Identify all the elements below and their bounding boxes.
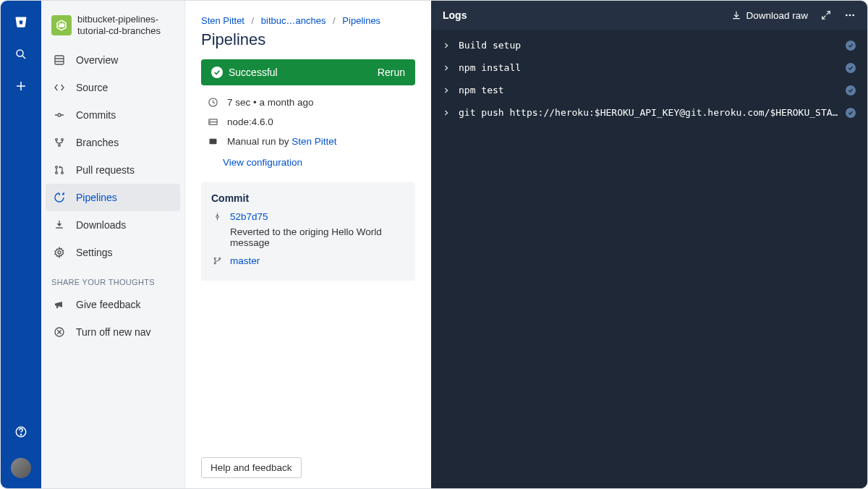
download-raw-button[interactable]: Download raw xyxy=(731,10,808,21)
svg-point-28 xyxy=(210,120,210,121)
source-icon xyxy=(51,80,67,95)
log-step[interactable]: npm test xyxy=(443,79,856,101)
sidebar-item-feedback[interactable]: Give feedback xyxy=(41,291,184,318)
svg-point-31 xyxy=(216,216,218,218)
help-icon[interactable] xyxy=(9,420,33,443)
svg-point-42 xyxy=(852,14,854,17)
svg-point-5 xyxy=(20,434,21,435)
logs-panel: Logs Download raw Bui xyxy=(431,1,867,488)
sidebar-item-label: Settings xyxy=(76,247,113,258)
branch-icon xyxy=(211,256,223,265)
sidebar-item-commits[interactable]: Commits xyxy=(41,101,184,129)
repo-logo: JS xyxy=(51,15,72,35)
logs-title: Logs xyxy=(443,9,467,21)
logs-body[interactable]: Build setup npm install npm test git pus… xyxy=(431,30,867,488)
trigger-user-link[interactable]: Sten Pittet xyxy=(292,136,336,147)
breadcrumb-repo[interactable]: bitbuc…anches xyxy=(261,15,326,26)
sidebar-section-label: SHARE YOUR THOUGHTS xyxy=(41,266,184,291)
sidebar-item-source[interactable]: Source xyxy=(41,74,184,101)
step-status-ok-icon xyxy=(846,41,856,51)
repo-header[interactable]: JS bitbucket-pipelines-tutorial-cd-branc… xyxy=(41,11,184,46)
sidebar-item-label: Commits xyxy=(76,109,116,121)
svg-rect-30 xyxy=(209,139,216,145)
sidebar-item-label: Pipelines xyxy=(76,192,117,203)
global-rail xyxy=(1,1,41,488)
sidebar-item-turn-off-nav[interactable]: Turn off new nav xyxy=(41,318,184,346)
status-text: Successful xyxy=(229,67,278,78)
sidebar-item-label: Overview xyxy=(76,54,118,66)
svg-point-29 xyxy=(210,123,210,124)
svg-point-17 xyxy=(56,171,58,174)
commit-hash-link[interactable]: 52b7d75 xyxy=(230,211,268,222)
downloads-icon xyxy=(51,217,67,233)
step-status-ok-icon xyxy=(846,85,856,95)
commits-icon xyxy=(51,107,67,123)
svg-point-40 xyxy=(846,14,848,17)
search-icon[interactable] xyxy=(9,43,33,66)
log-step[interactable]: Build setup xyxy=(443,34,856,56)
log-step-cmd: npm test xyxy=(459,85,840,95)
sidebar-item-label: Give feedback xyxy=(76,299,141,310)
chevron-right-icon xyxy=(443,109,453,116)
repo-name: bitbucket-pipelines-tutorial-cd-branches xyxy=(77,14,174,38)
megaphone-icon xyxy=(51,297,67,312)
rerun-button[interactable]: Rerun xyxy=(378,67,405,78)
pipeline-status-bar: Successful Rerun xyxy=(201,59,415,85)
log-step-cmd: npm install xyxy=(459,62,840,73)
view-configuration-link[interactable]: View configuration xyxy=(223,157,302,168)
svg-point-0 xyxy=(17,50,23,56)
svg-rect-7 xyxy=(55,56,64,64)
overview-icon xyxy=(51,52,67,68)
sidebar-item-downloads[interactable]: Downloads xyxy=(41,211,184,239)
create-icon[interactable] xyxy=(9,75,33,98)
meta-image: node:4.6.0 xyxy=(201,114,415,130)
check-circle-icon xyxy=(211,67,223,78)
meta-duration-value: 7 sec xyxy=(227,97,250,108)
sidebar-item-settings[interactable]: Settings xyxy=(41,239,184,266)
log-step[interactable]: git push https://heroku:$HEROKU_API_KEY@… xyxy=(443,101,856,124)
run-icon xyxy=(205,136,220,147)
page-title: Pipelines xyxy=(201,30,415,49)
logs-header: Logs Download raw xyxy=(431,1,867,30)
svg-text:JS: JS xyxy=(59,24,64,28)
meta-when-value: a month ago xyxy=(260,97,314,108)
sidebar-item-label: Source xyxy=(76,82,108,93)
breadcrumb-sep: / xyxy=(333,15,336,26)
commit-message: Reverted to the origing Hello World mess… xyxy=(230,226,405,248)
user-avatar[interactable] xyxy=(11,458,31,478)
log-step[interactable]: npm install xyxy=(443,56,856,79)
sidebar-item-branches[interactable]: Branches xyxy=(41,129,184,156)
meta-trigger: Manual run by Sten Pittet xyxy=(201,133,415,150)
settings-icon xyxy=(51,244,67,260)
help-feedback-button[interactable]: Help and feedback xyxy=(201,457,302,478)
svg-point-18 xyxy=(56,166,58,168)
breadcrumb-page[interactable]: Pipelines xyxy=(342,15,380,26)
meta-image-value: node:4.6.0 xyxy=(227,116,273,127)
more-icon[interactable] xyxy=(844,9,856,21)
svg-point-21 xyxy=(58,251,61,254)
breadcrumb-user[interactable]: Sten Pittet xyxy=(201,15,244,26)
svg-point-34 xyxy=(214,258,216,259)
bitbucket-logo-icon[interactable] xyxy=(9,11,33,34)
pipelines-icon xyxy=(51,190,67,205)
commit-heading: Commit xyxy=(211,192,405,204)
sidebar-item-overview[interactable]: Overview xyxy=(41,46,184,74)
step-status-ok-icon xyxy=(846,63,856,73)
svg-point-41 xyxy=(849,14,851,17)
svg-line-1 xyxy=(22,56,25,59)
commit-branch-link[interactable]: master xyxy=(230,255,260,266)
svg-point-19 xyxy=(61,171,64,174)
log-step-cmd: Build setup xyxy=(459,40,840,51)
breadcrumb-sep: / xyxy=(252,15,255,26)
step-status-ok-icon xyxy=(846,108,856,118)
expand-icon[interactable] xyxy=(821,10,831,20)
chevron-right-icon xyxy=(443,42,453,49)
container-icon xyxy=(205,116,220,127)
sidebar-item-pull-requests[interactable]: Pull requests xyxy=(41,156,184,184)
sidebar-item-pipelines[interactable]: Pipelines xyxy=(46,184,180,211)
svg-point-15 xyxy=(59,144,61,146)
commit-icon xyxy=(211,212,223,221)
sidebar-item-label: Turn off new nav xyxy=(76,326,151,338)
sidebar-item-label: Pull requests xyxy=(76,164,135,176)
pull-requests-icon xyxy=(51,162,67,178)
